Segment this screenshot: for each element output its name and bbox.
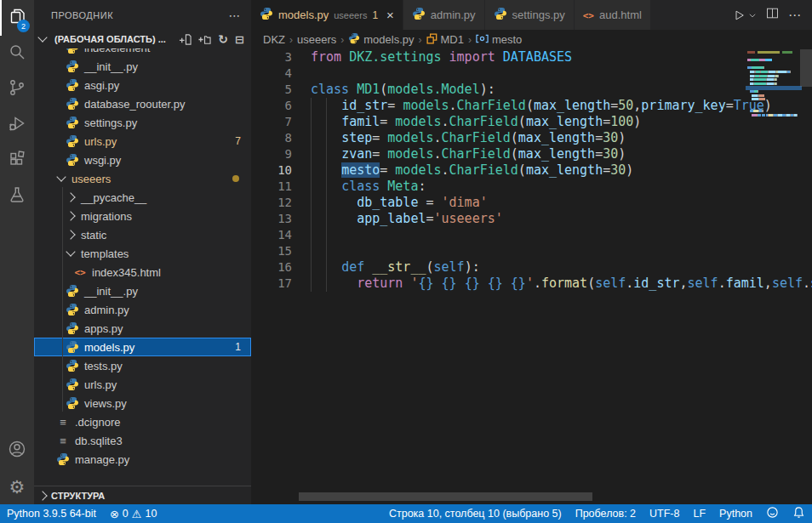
tree-item-.dcignore[interactable]: ≡.dcignore [34,412,251,431]
minimap-line [747,102,800,105]
minimap[interactable] [747,51,800,117]
code-line-14[interactable]: 14 [251,227,812,243]
breadcrumb-label: useeers [297,33,336,46]
activity-item-account[interactable] [0,433,34,469]
tree-item-manage.py[interactable]: manage.py [34,450,251,469]
tree-item-templates[interactable]: templates [34,244,251,263]
refresh-icon[interactable]: ↻ [218,33,228,45]
tree-item-migrations[interactable]: migrations [34,207,251,225]
tree-item-asgi.py[interactable]: asgi.py [34,76,251,94]
code-line-6[interactable]: 6 id_str= models.CharField(max_length=50… [251,98,812,114]
run-button[interactable] [731,8,757,23]
breadcrumb-item-MD1[interactable]: MD1 [426,33,464,47]
horizontal-scrollbar[interactable] [299,492,592,501]
breadcrumb-item-models.py[interactable]: models.py [348,32,414,47]
breadcrumb-item-useeers[interactable]: useeers [297,33,336,46]
new-file-icon[interactable] [179,33,192,46]
tree-item-label: tests.py [84,360,123,372]
activity-item-extensions[interactable] [0,143,34,179]
python-icon [66,340,79,354]
status-eol[interactable]: LF [686,504,712,523]
collapse-all-icon[interactable]: ⊟ [235,34,244,45]
status-notifications[interactable] [786,504,812,523]
search-icon [7,42,27,65]
tree-item-db.sqlite3[interactable]: ≡db.sqlite3 [34,431,251,450]
code-line-5[interactable]: 5class MD1(models.Model): [251,82,812,98]
tree-item-__init__.py[interactable]: __init__.py [34,57,251,76]
python-icon [66,359,79,372]
tree-item-__pycache__[interactable]: __pycache__ [34,188,251,207]
more-actions-icon[interactable]: ⋯ [788,8,802,23]
code-line-4[interactable]: 4 [251,65,812,82]
status-language-mode[interactable]: Python [712,504,759,523]
tree-item-models.py[interactable]: models.py1 [34,338,251,356]
code-line-9[interactable]: 9 zvan= models.CharField(max_length=30) [251,146,812,162]
tree-item-indexelement[interactable]: indexelement [34,48,251,57]
tree-item-apps.py[interactable]: apps.py [34,319,251,338]
vertical-scrollbar[interactable] [800,49,812,87]
tab-admin.py[interactable]: admin.py [403,0,485,30]
html-icon: <> [73,267,87,278]
python-icon [66,378,79,391]
activity-item-explorer[interactable]: 2 [0,0,34,36]
tree-item-tests.py[interactable]: tests.py [34,356,251,375]
tree-item-__init__.py[interactable]: __init__.py [34,281,251,300]
tree-item-index345.html[interactable]: <>index345.html [34,263,251,281]
breadcrumb-separator: › [419,34,422,46]
tree-item-settings.py[interactable]: settings.py [34,113,251,132]
workspace-section-header[interactable]: (РАБОЧАЯ ОБЛАСТЬ) ... ↻⊟ [34,30,251,48]
tab-settings.py[interactable]: settings.py [485,0,575,30]
chevron-right-icon [37,491,47,500]
status-interpreter[interactable]: Python 3.9.5 64-bit [0,504,103,523]
status-feedback[interactable] [759,504,786,523]
tab-aud.html[interactable]: <>aud.html [575,0,651,30]
code-line-3[interactable]: 3from DKZ.settings import DATABASES [251,49,812,65]
status-bar-right: Строка 10, столбец 10 (выбрано 5)Пробело… [382,504,812,523]
status-indentation[interactable]: Пробелов: 2 [569,504,643,523]
tree-item-useeers[interactable]: useeers [34,169,251,188]
close-icon[interactable]: × [386,8,394,22]
tab-models.py[interactable]: models.pyuseeers1× [251,0,403,30]
tree-item-urls.py[interactable]: urls.py7 [34,132,251,151]
new-folder-icon[interactable] [198,33,211,46]
code-line-11[interactable]: 11 class Meta: [251,179,812,195]
tab-label: settings.py [512,9,565,21]
code-line-13[interactable]: 13 app_label='useeers' [251,211,812,227]
extensions-icon [7,149,27,173]
tree-item-views.py[interactable]: views.py [34,394,251,412]
code-line-7[interactable]: 7 famil= models.CharField(max_length=100… [251,114,812,130]
more-actions-icon[interactable]: ⋯ [229,9,242,22]
code-line-12[interactable]: 12 db_table = 'dima' [251,195,812,211]
breadcrumb-item-mesto[interactable]: mesto [476,33,522,46]
activity-item-run-debug[interactable] [0,107,34,143]
code-line-text: class MD1(models.Model): [292,82,495,98]
tree-item-static[interactable]: static [34,225,251,244]
chevron-right-icon [66,192,75,202]
chevron-right-icon [66,211,75,220]
line-number: 7 [251,114,292,130]
status-cursor-position[interactable]: Строка 10, столбец 10 (выбрано 5) [382,504,569,523]
activity-item-settings[interactable]: ⚙ [0,469,34,504]
tree-item-urls.py[interactable]: urls.py [34,375,251,394]
outline-section-header[interactable]: СТРУКТУРА [34,486,251,504]
status-label: Python 3.9.5 64-bit [7,508,96,520]
code-line-8[interactable]: 8 step= models.CharField(max_length=30) [251,130,812,146]
tree-item-admin.py[interactable]: admin.py [34,300,251,319]
code-line-text: db_table = 'dima' [292,195,488,211]
split-editor-icon[interactable] [765,6,780,24]
activity-item-source-control[interactable] [0,71,34,107]
code-line-16[interactable]: 16 def __str__(self): [251,259,812,276]
activity-item-search[interactable] [0,36,34,71]
tree-item-database_roouter.py[interactable]: database_roouter.py [34,94,251,113]
tree-item-wsgi.py[interactable]: wsgi.py [34,151,251,169]
code-line-15[interactable]: 15 [251,243,812,259]
code-line-17[interactable]: 17 return '{} {} {} {} {}'.format(self.i… [251,276,812,292]
breadcrumb-item-DKZ[interactable]: DKZ [263,33,285,46]
status-encoding[interactable]: UTF-8 [643,504,686,523]
activity-item-testing[interactable] [0,179,34,214]
status-problems[interactable]: ⊗0⚠10 [103,504,163,523]
tree-item-label: __pycache__ [81,191,146,204]
code-editor[interactable]: 3from DKZ.settings import DATABASES45cla… [251,49,812,504]
code-line-10[interactable]: 10 mesto= models.CharField(max_length=30… [251,162,812,179]
bell-icon [792,506,805,521]
